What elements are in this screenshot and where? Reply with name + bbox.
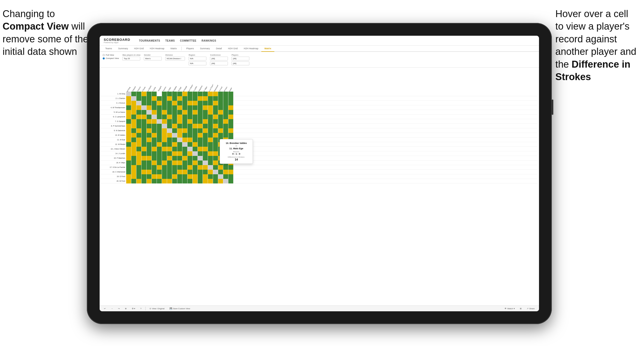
matrix-cell[interactable] (131, 128, 136, 133)
matrix-cell[interactable] (228, 165, 233, 170)
matrix-cell[interactable] (188, 151, 193, 156)
matrix-cell[interactable] (126, 119, 131, 124)
matrix-cell[interactable] (162, 138, 167, 142)
matrix-cell[interactable] (167, 160, 172, 165)
matrix-cell[interactable] (136, 92, 142, 96)
matrix-cell[interactable] (228, 133, 233, 138)
matrix-cell[interactable] (223, 165, 228, 170)
matrix-cell[interactable] (142, 147, 147, 151)
matrix-cell[interactable] (131, 115, 136, 119)
matrix-cell[interactable] (126, 138, 131, 142)
matrix-cell[interactable] (157, 124, 162, 128)
matrix-cell[interactable] (136, 124, 142, 128)
matrix-cell[interactable] (218, 92, 223, 96)
matrix-cell[interactable] (167, 174, 172, 179)
help-button[interactable]: ? (139, 307, 143, 310)
matrix-cell[interactable] (228, 174, 233, 179)
matrix-cell[interactable] (203, 110, 208, 115)
matrix-cell[interactable] (223, 92, 228, 96)
matrix-cell[interactable] (162, 133, 167, 138)
tab-detail[interactable]: Detail (213, 46, 225, 52)
matrix-cell[interactable] (188, 128, 193, 133)
matrix-cell[interactable] (198, 110, 203, 115)
matrix-cell[interactable] (162, 115, 167, 119)
matrix-cell[interactable] (142, 151, 147, 156)
matrix-cell[interactable] (162, 147, 167, 151)
matrix-cell[interactable] (177, 151, 182, 156)
matrix-area[interactable]: 1. W Ding2. L Clanton3. J Koivun4. M Tho… (100, 68, 539, 305)
matrix-cell[interactable] (188, 156, 193, 160)
matrix-cell[interactable] (218, 110, 223, 115)
matrix-cell[interactable] (177, 96, 182, 101)
matrix-cell[interactable] (198, 179, 203, 183)
matrix-cell[interactable] (182, 147, 188, 151)
matrix-cell[interactable] (208, 105, 213, 110)
matrix-cell[interactable] (131, 124, 136, 128)
matrix-cell[interactable] (223, 124, 228, 128)
matrix-cell[interactable] (182, 170, 188, 174)
matrix-cell[interactable] (126, 92, 131, 96)
matrix-cell[interactable] (203, 179, 208, 183)
matrix-cell[interactable] (203, 124, 208, 128)
matrix-cell[interactable] (203, 105, 208, 110)
matrix-cell[interactable] (193, 151, 198, 156)
matrix-cell[interactable] (162, 92, 167, 96)
tab-teams[interactable]: Teams (102, 46, 115, 52)
settings-button[interactable]: ⚙ ▾ (131, 307, 136, 310)
matrix-cell[interactable] (203, 174, 208, 179)
matrix-cell[interactable] (218, 174, 223, 179)
matrix-cell[interactable] (223, 96, 228, 101)
matrix-cell[interactable] (177, 138, 182, 142)
matrix-cell[interactable] (177, 105, 182, 110)
matrix-cell[interactable] (167, 151, 172, 156)
matrix-cell[interactable] (228, 170, 233, 174)
matrix-cell[interactable] (131, 156, 136, 160)
matrix-cell[interactable] (157, 156, 162, 160)
matrix-cell[interactable] (198, 174, 203, 179)
matrix-cell[interactable] (228, 124, 233, 128)
matrix-cell[interactable] (147, 156, 152, 160)
matrix-cell[interactable] (172, 174, 177, 179)
matrix-cell[interactable] (198, 133, 203, 138)
region-select2[interactable]: N/A (189, 61, 206, 65)
matrix-cell[interactable] (228, 179, 233, 183)
matrix-cell[interactable] (213, 160, 218, 165)
matrix-cell[interactable] (172, 147, 177, 151)
matrix-cell[interactable] (172, 105, 177, 110)
matrix-cell[interactable] (218, 170, 223, 174)
matrix-cell[interactable] (126, 147, 131, 151)
matrix-cell[interactable] (203, 119, 208, 124)
matrix-cell[interactable] (142, 96, 147, 101)
matrix-cell[interactable] (167, 101, 172, 105)
matrix-cell[interactable] (208, 133, 213, 138)
matrix-cell[interactable] (182, 101, 188, 105)
matrix-cell[interactable] (182, 160, 188, 165)
region-select1[interactable]: N/A (189, 57, 206, 60)
matrix-cell[interactable] (208, 142, 213, 147)
matrix-cell[interactable] (213, 179, 218, 183)
matrix-cell[interactable] (213, 92, 218, 96)
matrix-cell[interactable] (126, 124, 131, 128)
nav-tournaments[interactable]: TOURNAMENTS (139, 39, 160, 42)
matrix-cell[interactable] (147, 170, 152, 174)
matrix-cell[interactable] (193, 133, 198, 138)
matrix-cell[interactable] (198, 170, 203, 174)
matrix-cell[interactable] (208, 115, 213, 119)
matrix-cell[interactable] (136, 142, 142, 147)
matrix-cell[interactable] (208, 101, 213, 105)
matrix-cell[interactable] (193, 179, 198, 183)
matrix-cell[interactable] (136, 179, 142, 183)
compact-view-radio[interactable] (103, 57, 105, 59)
matrix-cell[interactable] (182, 156, 188, 160)
matrix-cell[interactable] (208, 119, 213, 124)
matrix-cell[interactable] (193, 105, 198, 110)
matrix-cell[interactable] (172, 156, 177, 160)
matrix-cell[interactable] (147, 179, 152, 183)
matrix-cell[interactable] (162, 156, 167, 160)
matrix-cell[interactable] (213, 105, 218, 110)
matrix-cell[interactable] (218, 101, 223, 105)
matrix-cell[interactable] (213, 119, 218, 124)
matrix-cell[interactable] (142, 133, 147, 138)
matrix-cell[interactable] (162, 119, 167, 124)
matrix-cell[interactable] (203, 142, 208, 147)
